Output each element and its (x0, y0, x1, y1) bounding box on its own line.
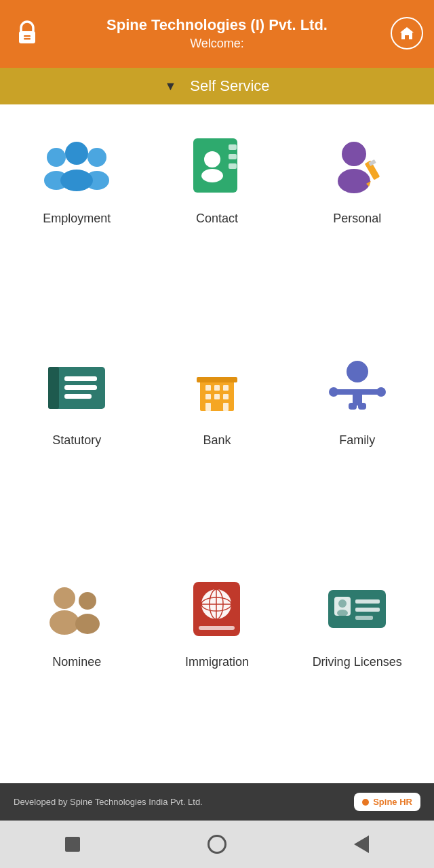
company-name: Spine Technologies (I) Pvt. Ltd. (106, 16, 328, 34)
svg-point-8 (60, 170, 93, 191)
svg-rect-40 (349, 403, 357, 410)
bank-label: Bank (203, 433, 231, 448)
svg-point-56 (337, 610, 348, 616)
header-center: Spine Technologies (I) Pvt. Ltd. Welcome… (43, 16, 391, 51)
immigration-label: Immigration (185, 655, 249, 669)
svg-point-45 (75, 614, 100, 634)
grid-item-immigration[interactable]: Immigration (147, 561, 288, 770)
nav-circle-icon (208, 835, 226, 854)
app-header: Spine Technologies (I) Pvt. Ltd. Welcome… (0, 0, 434, 68)
svg-rect-33 (223, 403, 229, 411)
svg-rect-58 (355, 608, 380, 612)
contact-icon (183, 132, 251, 199)
welcome-text: Welcome: (190, 37, 244, 51)
svg-point-5 (87, 148, 106, 167)
svg-point-38 (376, 387, 386, 397)
grid-item-driving-licenses[interactable]: Driving Licenses (287, 561, 427, 770)
svg-rect-12 (229, 163, 237, 169)
svg-rect-22 (64, 376, 97, 381)
driving-licenses-icon (323, 575, 391, 643)
spine-hr-badge: Spine HR (354, 793, 420, 811)
grid-item-employment[interactable]: Employment (7, 118, 147, 326)
immigration-icon (183, 575, 251, 643)
nominee-icon (43, 575, 111, 643)
svg-point-43 (50, 610, 79, 635)
svg-point-35 (347, 361, 368, 382)
svg-rect-57 (355, 599, 380, 604)
statutory-label: Statutory (52, 433, 101, 448)
footer-text: Developed by Spine Technologies India Pv… (14, 797, 203, 807)
employment-label: Employment (43, 212, 111, 226)
svg-rect-0 (19, 31, 35, 43)
svg-rect-27 (214, 385, 220, 391)
personal-icon (323, 132, 391, 199)
grid-item-nominee[interactable]: Nominee (7, 561, 147, 770)
family-icon (323, 353, 391, 421)
svg-rect-23 (64, 385, 97, 390)
svg-rect-1 (24, 35, 31, 37)
employment-icon (43, 132, 111, 199)
family-label: Family (339, 433, 375, 448)
spine-hr-logo: Spine HR (373, 797, 412, 807)
lock-icon (11, 17, 43, 50)
android-nav-bar (0, 821, 434, 868)
svg-rect-11 (229, 154, 237, 159)
svg-point-44 (79, 592, 96, 610)
dropdown-arrow-icon: ▼ (164, 79, 176, 94)
nav-back-button[interactable] (348, 831, 375, 858)
personal-label: Personal (333, 212, 381, 226)
svg-rect-30 (214, 394, 220, 399)
grid-item-contact[interactable]: Contact (147, 118, 288, 326)
self-service-label: Self Service (190, 77, 269, 95)
svg-point-13 (204, 151, 220, 167)
svg-rect-59 (355, 616, 373, 620)
grid-item-bank[interactable]: Bank (147, 340, 288, 548)
svg-point-16 (338, 169, 370, 193)
svg-rect-21 (48, 367, 59, 409)
svg-point-14 (201, 169, 223, 182)
spine-hr-dot (362, 799, 369, 806)
svg-point-3 (47, 148, 66, 167)
svg-rect-31 (223, 394, 229, 399)
svg-rect-26 (205, 385, 211, 391)
nav-square-icon (65, 837, 80, 852)
svg-point-7 (65, 142, 88, 165)
menu-grid: Employment Contact (0, 104, 434, 783)
svg-point-37 (329, 387, 338, 397)
home-button[interactable] (391, 17, 423, 50)
svg-rect-2 (24, 38, 31, 40)
grid-item-personal[interactable]: Personal (287, 118, 427, 326)
nav-home-button[interactable] (203, 831, 231, 858)
grid-item-statutory[interactable]: Statutory (7, 340, 147, 548)
svg-rect-32 (205, 403, 211, 411)
contact-label: Contact (196, 212, 238, 226)
svg-rect-10 (229, 144, 237, 150)
statutory-icon (43, 353, 111, 421)
svg-point-42 (54, 587, 75, 609)
nav-recent-button[interactable] (59, 831, 86, 858)
svg-rect-52 (199, 626, 235, 630)
svg-rect-29 (205, 394, 211, 399)
grid-item-family[interactable]: Family (287, 340, 427, 548)
self-service-bar[interactable]: ▼ Self Service (0, 68, 434, 104)
svg-rect-34 (197, 377, 237, 382)
driving-licenses-label: Driving Licenses (313, 655, 402, 669)
svg-point-55 (338, 599, 347, 608)
nav-triangle-icon (354, 835, 369, 853)
svg-point-15 (342, 142, 366, 166)
app-footer: Developed by Spine Technologies India Pv… (0, 783, 434, 821)
svg-rect-24 (64, 394, 92, 399)
svg-rect-28 (223, 385, 229, 391)
bank-icon (183, 353, 251, 421)
nominee-label: Nominee (52, 655, 101, 669)
svg-rect-41 (358, 403, 366, 410)
